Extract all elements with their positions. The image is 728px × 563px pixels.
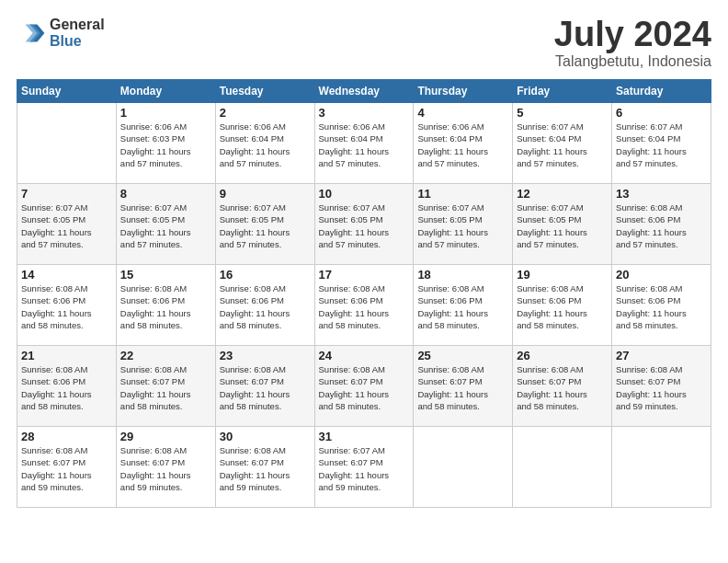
day-number: 15 (120, 268, 211, 282)
table-row: 18Sunrise: 6:08 AM Sunset: 6:06 PM Dayli… (414, 265, 513, 346)
table-row: 13Sunrise: 6:08 AM Sunset: 6:06 PM Dayli… (612, 184, 711, 265)
day-number: 21 (21, 349, 112, 362)
table-row: 14Sunrise: 6:08 AM Sunset: 6:06 PM Dayli… (17, 265, 117, 346)
table-row: 5Sunrise: 6:07 AM Sunset: 6:04 PM Daylig… (513, 103, 612, 184)
calendar-table: Sunday Monday Tuesday Wednesday Thursday… (17, 79, 711, 508)
day-info: Sunrise: 6:07 AM Sunset: 6:05 PM Dayligh… (517, 201, 608, 250)
day-number: 9 (220, 187, 311, 201)
table-row: 7Sunrise: 6:07 AM Sunset: 6:05 PM Daylig… (17, 184, 117, 265)
day-info: Sunrise: 6:08 AM Sunset: 6:07 PM Dayligh… (120, 363, 211, 412)
header-thursday: Thursday (414, 80, 513, 103)
table-row (513, 427, 612, 508)
logo-general-text: General (50, 17, 105, 33)
day-number: 19 (517, 268, 608, 282)
table-row: 28Sunrise: 6:08 AM Sunset: 6:07 PM Dayli… (17, 427, 117, 508)
day-number: 7 (21, 187, 112, 201)
day-info: Sunrise: 6:08 AM Sunset: 6:07 PM Dayligh… (319, 363, 410, 412)
header-monday: Monday (116, 80, 215, 103)
day-info: Sunrise: 6:06 AM Sunset: 6:04 PM Dayligh… (220, 121, 311, 169)
header-tuesday: Tuesday (215, 80, 314, 103)
day-info: Sunrise: 6:07 AM Sunset: 6:05 PM Dayligh… (319, 201, 410, 250)
day-number: 6 (616, 106, 707, 120)
day-info: Sunrise: 6:07 AM Sunset: 6:05 PM Dayligh… (220, 201, 311, 250)
logo-text: General Blue (50, 17, 105, 49)
day-number: 25 (417, 349, 508, 362)
table-row: 19Sunrise: 6:08 AM Sunset: 6:06 PM Dayli… (513, 265, 612, 346)
day-number: 20 (616, 268, 707, 282)
calendar-week-row: 21Sunrise: 6:08 AM Sunset: 6:06 PM Dayli… (17, 346, 711, 427)
day-info: Sunrise: 6:07 AM Sunset: 6:04 PM Dayligh… (616, 121, 707, 169)
day-info: Sunrise: 6:08 AM Sunset: 6:07 PM Dayligh… (220, 363, 311, 412)
day-info: Sunrise: 6:08 AM Sunset: 6:06 PM Dayligh… (517, 282, 608, 331)
day-info: Sunrise: 6:08 AM Sunset: 6:06 PM Dayligh… (21, 282, 112, 331)
day-number: 8 (120, 187, 211, 201)
day-number: 29 (120, 430, 211, 443)
day-number: 11 (417, 187, 508, 201)
day-number: 31 (319, 430, 410, 443)
day-number: 14 (21, 268, 112, 282)
day-info: Sunrise: 6:07 AM Sunset: 6:07 PM Dayligh… (319, 444, 410, 493)
table-row: 25Sunrise: 6:08 AM Sunset: 6:07 PM Dayli… (414, 346, 513, 427)
day-info: Sunrise: 6:08 AM Sunset: 6:07 PM Dayligh… (616, 363, 707, 412)
day-info: Sunrise: 6:08 AM Sunset: 6:06 PM Dayligh… (616, 201, 707, 250)
table-row: 27Sunrise: 6:08 AM Sunset: 6:07 PM Dayli… (612, 346, 711, 427)
calendar-location: Talangbetutu, Indonesia (554, 53, 711, 70)
table-row: 3Sunrise: 6:06 AM Sunset: 6:04 PM Daylig… (314, 103, 414, 184)
table-row: 16Sunrise: 6:08 AM Sunset: 6:06 PM Dayli… (215, 265, 314, 346)
table-row (612, 427, 711, 508)
day-info: Sunrise: 6:08 AM Sunset: 6:06 PM Dayligh… (120, 282, 211, 331)
table-row: 26Sunrise: 6:08 AM Sunset: 6:07 PM Dayli… (513, 346, 612, 427)
day-info: Sunrise: 6:08 AM Sunset: 6:06 PM Dayligh… (616, 282, 707, 331)
day-info: Sunrise: 6:06 AM Sunset: 6:04 PM Dayligh… (417, 121, 508, 169)
page: General Blue July 2024 Talangbetutu, Ind… (0, 0, 728, 563)
logo-icon (17, 18, 46, 48)
day-info: Sunrise: 6:06 AM Sunset: 6:04 PM Dayligh… (319, 121, 410, 169)
header-wednesday: Wednesday (314, 80, 414, 103)
header-sunday: Sunday (17, 80, 117, 103)
day-number: 3 (319, 106, 410, 120)
calendar-header-row: Sunday Monday Tuesday Wednesday Thursday… (17, 80, 711, 103)
day-number: 2 (220, 106, 311, 120)
table-row: 15Sunrise: 6:08 AM Sunset: 6:06 PM Dayli… (116, 265, 215, 346)
table-row (414, 427, 513, 508)
calendar-week-row: 7Sunrise: 6:07 AM Sunset: 6:05 PM Daylig… (17, 184, 711, 265)
day-info: Sunrise: 6:07 AM Sunset: 6:04 PM Dayligh… (517, 121, 608, 169)
day-number: 28 (21, 430, 112, 443)
table-row: 29Sunrise: 6:08 AM Sunset: 6:07 PM Dayli… (116, 427, 215, 508)
day-number: 27 (616, 349, 707, 362)
table-row: 6Sunrise: 6:07 AM Sunset: 6:04 PM Daylig… (612, 103, 711, 184)
day-info: Sunrise: 6:06 AM Sunset: 6:03 PM Dayligh… (120, 121, 211, 169)
table-row: 8Sunrise: 6:07 AM Sunset: 6:05 PM Daylig… (116, 184, 215, 265)
calendar-week-row: 1Sunrise: 6:06 AM Sunset: 6:03 PM Daylig… (17, 103, 711, 184)
title-block: July 2024 Talangbetutu, Indonesia (554, 17, 711, 70)
table-row: 17Sunrise: 6:08 AM Sunset: 6:06 PM Dayli… (314, 265, 414, 346)
table-row: 23Sunrise: 6:08 AM Sunset: 6:07 PM Dayli… (215, 346, 314, 427)
day-info: Sunrise: 6:07 AM Sunset: 6:05 PM Dayligh… (21, 201, 112, 250)
day-info: Sunrise: 6:07 AM Sunset: 6:05 PM Dayligh… (120, 201, 211, 250)
day-info: Sunrise: 6:08 AM Sunset: 6:07 PM Dayligh… (21, 444, 112, 493)
calendar-week-row: 14Sunrise: 6:08 AM Sunset: 6:06 PM Dayli… (17, 265, 711, 346)
logo-blue-text: Blue (50, 33, 105, 50)
day-info: Sunrise: 6:08 AM Sunset: 6:06 PM Dayligh… (417, 282, 508, 331)
table-row: 4Sunrise: 6:06 AM Sunset: 6:04 PM Daylig… (414, 103, 513, 184)
table-row: 10Sunrise: 6:07 AM Sunset: 6:05 PM Dayli… (314, 184, 414, 265)
day-info: Sunrise: 6:08 AM Sunset: 6:06 PM Dayligh… (220, 282, 311, 331)
table-row: 2Sunrise: 6:06 AM Sunset: 6:04 PM Daylig… (215, 103, 314, 184)
day-number: 24 (319, 349, 410, 362)
day-info: Sunrise: 6:08 AM Sunset: 6:07 PM Dayligh… (417, 363, 508, 412)
day-number: 16 (220, 268, 311, 282)
header-friday: Friday (513, 80, 612, 103)
table-row: 11Sunrise: 6:07 AM Sunset: 6:05 PM Dayli… (414, 184, 513, 265)
header-saturday: Saturday (612, 80, 711, 103)
calendar-week-row: 28Sunrise: 6:08 AM Sunset: 6:07 PM Dayli… (17, 427, 711, 508)
day-number: 4 (417, 106, 508, 120)
day-info: Sunrise: 6:07 AM Sunset: 6:05 PM Dayligh… (417, 201, 508, 250)
table-row: 1Sunrise: 6:06 AM Sunset: 6:03 PM Daylig… (116, 103, 215, 184)
header: General Blue July 2024 Talangbetutu, Ind… (17, 17, 711, 70)
day-number: 1 (120, 106, 211, 120)
table-row: 9Sunrise: 6:07 AM Sunset: 6:05 PM Daylig… (215, 184, 314, 265)
table-row: 31Sunrise: 6:07 AM Sunset: 6:07 PM Dayli… (314, 427, 414, 508)
table-row: 22Sunrise: 6:08 AM Sunset: 6:07 PM Dayli… (116, 346, 215, 427)
table-row (17, 103, 117, 184)
table-row: 20Sunrise: 6:08 AM Sunset: 6:06 PM Dayli… (612, 265, 711, 346)
